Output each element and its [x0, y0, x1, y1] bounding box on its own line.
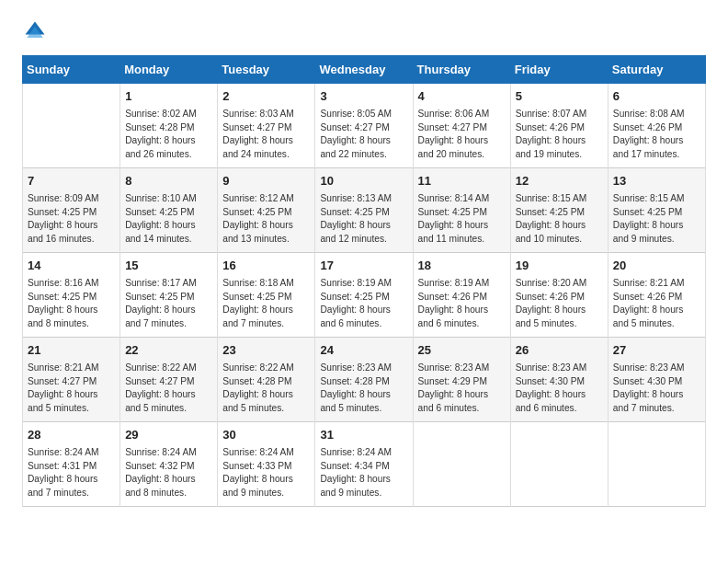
calendar-cell: 19Sunrise: 8:20 AM Sunset: 4:26 PM Dayli… [510, 252, 608, 337]
cell-content: Sunrise: 8:02 AM Sunset: 4:28 PM Dayligh… [125, 108, 212, 162]
calendar-cell: 4Sunrise: 8:06 AM Sunset: 4:27 PM Daylig… [413, 84, 510, 168]
cell-content: Sunrise: 8:24 AM Sunset: 4:32 PM Dayligh… [125, 446, 212, 500]
day-number: 8 [125, 173, 212, 190]
day-number: 12 [516, 173, 603, 190]
day-number: 14 [28, 258, 115, 275]
calendar-cell: 2Sunrise: 8:03 AM Sunset: 4:27 PM Daylig… [218, 84, 315, 168]
day-number: 28 [28, 427, 115, 444]
cell-content: Sunrise: 8:19 AM Sunset: 4:26 PM Dayligh… [418, 277, 506, 331]
logo [22, 18, 51, 44]
cell-content: Sunrise: 8:21 AM Sunset: 4:26 PM Dayligh… [613, 277, 700, 331]
cell-content: Sunrise: 8:17 AM Sunset: 4:25 PM Dayligh… [125, 277, 212, 331]
calendar-cell: 23Sunrise: 8:22 AM Sunset: 4:28 PM Dayli… [218, 337, 315, 421]
cell-content: Sunrise: 8:23 AM Sunset: 4:29 PM Dayligh… [418, 362, 506, 416]
day-number: 31 [320, 427, 407, 444]
day-number: 1 [125, 88, 212, 106]
cell-content: Sunrise: 8:23 AM Sunset: 4:28 PM Dayligh… [320, 362, 407, 416]
calendar-row: 1Sunrise: 8:02 AM Sunset: 4:28 PM Daylig… [23, 84, 706, 168]
cell-content: Sunrise: 8:12 AM Sunset: 4:25 PM Dayligh… [222, 192, 310, 247]
day-number: 22 [125, 342, 212, 360]
calendar-cell: 30Sunrise: 8:24 AM Sunset: 4:33 PM Dayli… [218, 421, 315, 506]
column-header-monday: Monday [120, 56, 218, 84]
day-number: 24 [320, 342, 407, 360]
day-number: 20 [613, 258, 700, 275]
calendar-cell: 14Sunrise: 8:16 AM Sunset: 4:25 PM Dayli… [23, 252, 120, 337]
calendar-cell: 18Sunrise: 8:19 AM Sunset: 4:26 PM Dayli… [413, 252, 510, 337]
column-header-friday: Friday [510, 56, 608, 84]
calendar-cell: 10Sunrise: 8:13 AM Sunset: 4:25 PM Dayli… [315, 167, 413, 252]
day-number: 5 [516, 88, 603, 106]
column-header-tuesday: Tuesday [218, 56, 315, 84]
day-number: 25 [418, 342, 506, 360]
calendar-row: 21Sunrise: 8:21 AM Sunset: 4:27 PM Dayli… [23, 337, 706, 421]
day-number: 23 [222, 342, 310, 360]
calendar-cell: 17Sunrise: 8:19 AM Sunset: 4:25 PM Dayli… [315, 252, 413, 337]
calendar-table: SundayMondayTuesdayWednesdayThursdayFrid… [22, 55, 706, 507]
calendar-cell: 6Sunrise: 8:08 AM Sunset: 4:26 PM Daylig… [608, 84, 705, 168]
cell-content: Sunrise: 8:15 AM Sunset: 4:25 PM Dayligh… [613, 192, 700, 247]
calendar-cell [23, 84, 120, 168]
calendar-cell: 20Sunrise: 8:21 AM Sunset: 4:26 PM Dayli… [608, 252, 705, 337]
calendar-cell: 26Sunrise: 8:23 AM Sunset: 4:30 PM Dayli… [510, 337, 608, 421]
column-header-sunday: Sunday [23, 56, 120, 84]
day-number: 27 [613, 342, 700, 360]
cell-content: Sunrise: 8:23 AM Sunset: 4:30 PM Dayligh… [613, 362, 700, 416]
calendar-cell: 13Sunrise: 8:15 AM Sunset: 4:25 PM Dayli… [608, 167, 705, 252]
column-header-wednesday: Wednesday [315, 56, 413, 84]
cell-content: Sunrise: 8:13 AM Sunset: 4:25 PM Dayligh… [320, 192, 407, 247]
calendar-cell [510, 421, 608, 506]
day-number: 21 [28, 342, 115, 360]
day-number: 4 [418, 88, 506, 106]
cell-content: Sunrise: 8:05 AM Sunset: 4:27 PM Dayligh… [320, 108, 407, 162]
cell-content: Sunrise: 8:18 AM Sunset: 4:25 PM Dayligh… [222, 277, 310, 331]
cell-content: Sunrise: 8:16 AM Sunset: 4:25 PM Dayligh… [28, 277, 115, 331]
calendar-header-row: SundayMondayTuesdayWednesdayThursdayFrid… [23, 56, 706, 84]
calendar-row: 14Sunrise: 8:16 AM Sunset: 4:25 PM Dayli… [23, 252, 706, 337]
calendar-cell: 3Sunrise: 8:05 AM Sunset: 4:27 PM Daylig… [315, 84, 413, 168]
day-number: 11 [418, 173, 506, 190]
calendar-cell: 7Sunrise: 8:09 AM Sunset: 4:25 PM Daylig… [23, 167, 120, 252]
cell-content: Sunrise: 8:24 AM Sunset: 4:31 PM Dayligh… [28, 446, 115, 500]
day-number: 17 [320, 258, 407, 275]
cell-content: Sunrise: 8:08 AM Sunset: 4:26 PM Dayligh… [613, 108, 700, 162]
cell-content: Sunrise: 8:09 AM Sunset: 4:25 PM Dayligh… [28, 192, 115, 247]
cell-content: Sunrise: 8:24 AM Sunset: 4:33 PM Dayligh… [222, 446, 310, 500]
calendar-row: 7Sunrise: 8:09 AM Sunset: 4:25 PM Daylig… [23, 167, 706, 252]
calendar-cell: 21Sunrise: 8:21 AM Sunset: 4:27 PM Dayli… [23, 337, 120, 421]
day-number: 7 [28, 173, 115, 190]
cell-content: Sunrise: 8:14 AM Sunset: 4:25 PM Dayligh… [418, 192, 506, 247]
logo-icon [22, 18, 48, 44]
day-number: 13 [613, 173, 700, 190]
calendar-cell: 16Sunrise: 8:18 AM Sunset: 4:25 PM Dayli… [218, 252, 315, 337]
cell-content: Sunrise: 8:20 AM Sunset: 4:26 PM Dayligh… [516, 277, 603, 331]
cell-content: Sunrise: 8:22 AM Sunset: 4:28 PM Dayligh… [222, 362, 310, 416]
cell-content: Sunrise: 8:03 AM Sunset: 4:27 PM Dayligh… [222, 108, 310, 162]
day-number: 18 [418, 258, 506, 275]
calendar-cell: 8Sunrise: 8:10 AM Sunset: 4:25 PM Daylig… [120, 167, 218, 252]
cell-content: Sunrise: 8:15 AM Sunset: 4:25 PM Dayligh… [516, 192, 603, 247]
day-number: 19 [516, 258, 603, 275]
calendar-cell: 1Sunrise: 8:02 AM Sunset: 4:28 PM Daylig… [120, 84, 218, 168]
calendar-cell: 5Sunrise: 8:07 AM Sunset: 4:26 PM Daylig… [510, 84, 608, 168]
calendar-cell [413, 421, 510, 506]
calendar-cell: 24Sunrise: 8:23 AM Sunset: 4:28 PM Dayli… [315, 337, 413, 421]
day-number: 10 [320, 173, 407, 190]
cell-content: Sunrise: 8:23 AM Sunset: 4:30 PM Dayligh… [516, 362, 603, 416]
calendar-cell: 29Sunrise: 8:24 AM Sunset: 4:32 PM Dayli… [120, 421, 218, 506]
cell-content: Sunrise: 8:24 AM Sunset: 4:34 PM Dayligh… [320, 446, 407, 500]
day-number: 26 [516, 342, 603, 360]
day-number: 16 [222, 258, 310, 275]
calendar-cell: 31Sunrise: 8:24 AM Sunset: 4:34 PM Dayli… [315, 421, 413, 506]
day-number: 15 [125, 258, 212, 275]
day-number: 30 [222, 427, 310, 444]
calendar-cell: 25Sunrise: 8:23 AM Sunset: 4:29 PM Dayli… [413, 337, 510, 421]
calendar-cell: 12Sunrise: 8:15 AM Sunset: 4:25 PM Dayli… [510, 167, 608, 252]
day-number: 29 [125, 427, 212, 444]
column-header-saturday: Saturday [608, 56, 705, 84]
day-number: 6 [613, 88, 700, 106]
cell-content: Sunrise: 8:19 AM Sunset: 4:25 PM Dayligh… [320, 277, 407, 331]
cell-content: Sunrise: 8:06 AM Sunset: 4:27 PM Dayligh… [418, 108, 506, 162]
calendar-cell [608, 421, 705, 506]
cell-content: Sunrise: 8:10 AM Sunset: 4:25 PM Dayligh… [125, 192, 212, 247]
day-number: 9 [222, 173, 310, 190]
